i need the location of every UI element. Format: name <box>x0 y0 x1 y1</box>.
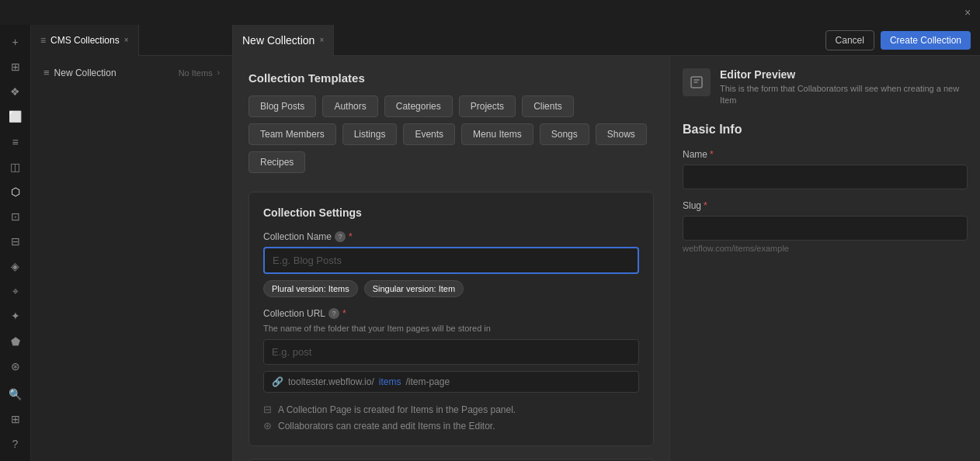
cancel-button[interactable]: Cancel <box>825 30 874 50</box>
preview-slug-label: Slug * <box>683 200 968 211</box>
template-blog-posts[interactable]: Blog Posts <box>248 95 316 117</box>
collection-name-label: Collection Name ? * <box>263 231 639 242</box>
templates-section: Collection Templates Blog Posts Authors … <box>248 71 654 173</box>
template-listings[interactable]: Listings <box>342 123 398 145</box>
preview-title: Editor Preview <box>720 68 968 81</box>
title-bar: × <box>0 0 980 25</box>
cms-tree: ≡ New Collection No Items › <box>31 56 232 89</box>
layers-icon[interactable]: ≡ <box>3 131 28 153</box>
preview-name-required: * <box>710 149 714 160</box>
create-collection-button[interactable]: Create Collection <box>881 31 971 50</box>
new-collection-tab[interactable]: New Collection × <box>233 25 334 56</box>
preview-name-field: Name * <box>683 149 968 200</box>
cms-collections-tab[interactable]: ≡ CMS Collections × <box>31 25 139 56</box>
cms-tree-item-icon: ≡ <box>43 67 50 78</box>
url-preview: 🔗 tooltester.webflow.io/items/item-page <box>263 371 639 393</box>
url-suffix: /item-page <box>405 376 450 387</box>
collection-url-input[interactable] <box>263 339 639 365</box>
url-required: * <box>342 308 346 319</box>
cms-tab-bar: ≡ CMS Collections × <box>31 25 232 56</box>
preview-slug-input <box>683 216 968 241</box>
template-menu-items[interactable]: Menu Items <box>461 123 533 145</box>
cms-tab-close[interactable]: × <box>124 36 129 44</box>
preview-name-label: Name * <box>683 149 968 160</box>
singular-pill: Singular version: Item <box>364 280 464 297</box>
new-collection-panel: New Collection × Cancel Create Collectio… <box>233 25 980 461</box>
template-grid: Blog Posts Authors Categories Projects C… <box>248 95 654 173</box>
pages-icon[interactable]: ⬜ <box>3 106 28 127</box>
new-collection-tab-label: New Collection <box>242 34 315 47</box>
template-projects[interactable]: Projects <box>459 95 516 117</box>
help-icon[interactable]: ? <box>3 433 28 455</box>
main-layout: + ⊞ ❖ ⬜ ≡ ◫ ⬡ ⊡ ⊟ ◈ ⌖ ✦ ⬟ ⊛ 🔍 ⊞ ? ≡ CMS … <box>0 25 980 461</box>
info-row-1: ⊟ A Collection Page is created for Items… <box>263 404 639 415</box>
cms-tree-item-count: No Items <box>179 68 213 78</box>
collab-info-icon: ⊛ <box>263 420 272 432</box>
url-link-icon: 🔗 <box>272 376 283 387</box>
components-icon[interactable]: ❖ <box>3 81 28 102</box>
template-recipes[interactable]: Recipes <box>248 151 305 173</box>
settings-title: Collection Settings <box>263 206 639 219</box>
collection-url-label: Collection URL ? * <box>263 308 639 319</box>
preview-slug-required: * <box>704 200 707 211</box>
templates-title: Collection Templates <box>248 71 654 85</box>
search-icon[interactable]: 🔍 <box>3 383 28 405</box>
collection-name-input[interactable] <box>263 247 639 274</box>
window-close-icon[interactable]: × <box>961 6 974 19</box>
editor-preview-panel: Editor Preview This is the form that Col… <box>669 56 980 461</box>
collection-settings: Collection Settings Collection Name ? * … <box>248 192 654 446</box>
preview-url-hint: webflow.com/items/example <box>683 244 968 253</box>
info-row-2: ⊛ Collaborators can create and edit Item… <box>263 420 639 432</box>
collection-name-field: Collection Name ? * Plural version: Item… <box>263 231 639 297</box>
layout-icon[interactable]: ⊞ <box>3 56 28 78</box>
plural-pill: Plural version: Items <box>263 280 358 297</box>
preview-section-title: Basic Info <box>683 123 968 137</box>
logic-icon[interactable]: ◈ <box>3 255 28 277</box>
interactions-icon[interactable]: ✦ <box>3 305 28 327</box>
template-authors[interactable]: Authors <box>322 95 377 117</box>
cms-tab-label: CMS Collections <box>50 35 120 46</box>
template-categories[interactable]: Categories <box>384 95 453 117</box>
cms-tab-icon: ≡ <box>40 35 46 46</box>
main-content: Collection Templates Blog Posts Authors … <box>233 56 669 461</box>
url-highlight: items <box>379 376 401 387</box>
content-row: Collection Templates Blog Posts Authors … <box>233 56 980 461</box>
url-info-icon[interactable]: ? <box>328 308 339 319</box>
tab-actions: Cancel Create Collection <box>825 30 980 50</box>
info-rows: ⊟ A Collection Page is created for Items… <box>263 404 639 432</box>
url-prefix: tooltester.webflow.io/ <box>288 376 374 387</box>
cms-tree-item-arrow: › <box>217 68 220 77</box>
analytics-icon[interactable]: ⬟ <box>3 331 28 352</box>
pages-info-icon: ⊟ <box>263 404 272 415</box>
new-collection-tab-close[interactable]: × <box>319 36 324 44</box>
template-shows[interactable]: Shows <box>596 123 647 145</box>
info-text-1: A Collection Page is created for Items i… <box>278 404 516 415</box>
cms-panel: ≡ CMS Collections × ≡ New Collection No … <box>31 25 233 461</box>
cms-icon[interactable]: ⬡ <box>3 181 28 203</box>
info-text-2: Collaborators can create and edit Items … <box>278 421 495 432</box>
template-songs[interactable]: Songs <box>540 123 589 145</box>
team-icon[interactable]: ⊞ <box>3 408 28 430</box>
assets-icon[interactable]: ◫ <box>3 156 28 178</box>
users-icon[interactable]: ⊛ <box>3 355 28 377</box>
preview-header-text: Editor Preview This is the form that Col… <box>720 68 968 107</box>
preview-icon <box>683 68 711 96</box>
preview-slug-field: Slug * webflow.com/items/example <box>683 200 968 253</box>
url-description: The name of the folder that your Item pa… <box>263 324 639 333</box>
preview-subtitle: This is the form that Collaborators will… <box>720 83 968 107</box>
template-team-members[interactable]: Team Members <box>248 123 336 145</box>
preview-name-input <box>683 165 968 189</box>
ecommerce-icon[interactable]: ⊡ <box>3 206 28 227</box>
name-required: * <box>349 231 353 242</box>
template-clients[interactable]: Clients <box>522 95 574 117</box>
version-pills: Plural version: Items Singular version: … <box>263 280 639 297</box>
forms-icon[interactable]: ⊟ <box>3 230 28 252</box>
cms-tree-item[interactable]: ≡ New Collection No Items › <box>37 62 226 83</box>
new-collection-tab-bar: New Collection × Cancel Create Collectio… <box>233 25 980 56</box>
preview-header: Editor Preview This is the form that Col… <box>683 68 968 107</box>
name-info-icon[interactable]: ? <box>335 231 346 242</box>
left-sidebar: + ⊞ ❖ ⬜ ≡ ◫ ⬡ ⊡ ⊟ ◈ ⌖ ✦ ⬟ ⊛ 🔍 ⊞ ? <box>0 25 31 461</box>
add-icon[interactable]: + <box>3 31 28 53</box>
template-events[interactable]: Events <box>403 123 455 145</box>
seo-icon[interactable]: ⌖ <box>3 280 28 302</box>
